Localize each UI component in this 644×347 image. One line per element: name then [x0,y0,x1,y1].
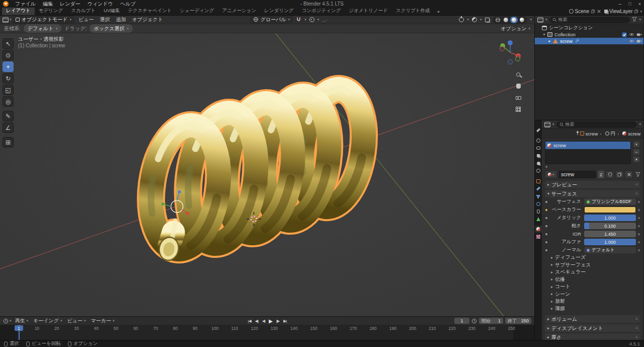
properties-tab[interactable] [535,185,542,192]
add-slot-button[interactable] [633,141,640,148]
properties-tab[interactable] [535,233,542,240]
xray-toggle[interactable] [484,17,490,23]
property-field[interactable]: 0.100 0.100 0.100 0.100 [584,223,636,229]
shading-mode-button[interactable] [518,17,526,23]
viewport-side-icon[interactable] [514,94,522,102]
scene-selector[interactable]: Scene [569,9,601,14]
panel-header[interactable]: ▸ 厚さ ≡ [545,333,640,340]
property-field[interactable]: デフォルト デフォルト デフォルト デフォルト [584,247,636,253]
properties-tab[interactable] [535,193,542,200]
animate-decorator-icon[interactable] [638,225,640,227]
breadcrumb-item[interactable]: screw [615,131,640,136]
proportional-dropdown[interactable] [317,18,319,22]
clock-icon[interactable] [3,318,9,324]
subpanel-header[interactable]: ▸ コート [545,283,640,291]
shading-mode-button[interactable] [510,17,518,23]
animate-decorator-icon[interactable] [638,241,640,243]
screw-object[interactable] [143,85,371,262]
properties-tab[interactable] [535,200,542,207]
properties-tab[interactable] [535,160,542,167]
editor-type-icon[interactable] [537,17,543,23]
property-field[interactable]: 1.450 1.450 1.450 1.450 [584,231,636,237]
animate-decorator-icon[interactable] [638,233,640,235]
properties-tab[interactable] [535,145,542,152]
subpanel-header[interactable]: ▸ 薄膜 [545,305,640,313]
frame-end-field[interactable]: 終了 250 [505,318,531,324]
mode-selector[interactable]: オブジェクトモード [13,16,74,24]
new-view-layer-button[interactable] [634,9,638,14]
surface-panel-header[interactable]: ▾ サーフェス ≡ [545,190,640,197]
viewport-side-icon[interactable] [514,71,522,79]
overlays-toggle[interactable] [471,17,477,23]
current-frame-field[interactable]: 1 [454,318,469,324]
preview-panel-header[interactable]: ▸ プレビュー ≡ [545,181,640,188]
viewport-side-icon[interactable] [514,105,522,113]
shading-mode-button[interactable] [502,17,510,23]
snapping-magnet-icon[interactable] [296,17,301,23]
workspace-tab[interactable]: レイアウト [2,7,35,15]
property-field[interactable]: 1.000 1.000 1.000 1.000 [584,215,636,221]
toolbar-tool-button[interactable]: ⊞ [3,137,14,148]
pin-icon[interactable] [575,130,580,136]
viewport-menu[interactable]: ビュー [75,16,97,24]
animate-decorator-icon[interactable] [638,249,640,251]
3d-viewport-canvas[interactable] [0,33,534,316]
toolbar-tool-button[interactable]: ✎ [3,111,14,121]
timeline-menu[interactable]: 再生 [13,317,31,325]
disable-render-camera-icon[interactable] [636,39,642,43]
editor-type-icon[interactable] [544,122,550,127]
toolbar-tool-button[interactable]: ◎ [3,96,14,107]
subpanel-header[interactable]: ▸ ディフューズ [545,254,640,261]
outliner-row[interactable]: ▸ screw [535,38,643,44]
viewport-menu[interactable]: 選択 [97,16,113,24]
drag-value-dropdown[interactable]: ボックス選択 [90,24,132,33]
proportional-edit-icon[interactable] [309,17,314,22]
shading-mode-button[interactable] [494,17,502,23]
transport-button[interactable]: ◀| [254,318,260,324]
slot-list-expander[interactable]: ▸ [545,164,640,169]
overlays-dropdown[interactable] [480,18,482,22]
workspace-tab[interactable]: レンダリング [260,7,297,15]
toolbar-tool-button[interactable]: ⊙ [3,50,14,60]
timeline-menu[interactable]: ビュー [64,317,88,325]
navigation-gizmo[interactable]: X [497,39,523,65]
menubar-menu[interactable]: ウィンドウ [84,0,117,8]
toolbar-tool-button[interactable]: ↻ [3,73,14,84]
workspace-tab[interactable]: テクスチャペイント [124,7,176,15]
menubar-menu[interactable]: 編集 [39,0,56,8]
workspace-tab[interactable]: コンポジティング [298,7,345,15]
workspace-tab[interactable]: モデリング [35,7,67,15]
material-name-field[interactable]: screw [558,171,596,178]
panel-header[interactable]: ▸ ボリューム ≡ [545,315,640,323]
add-workspace-button[interactable]: + [434,9,443,15]
properties-tab[interactable] [535,178,542,185]
browse-material-button[interactable] [545,171,557,178]
properties-tab[interactable] [535,226,542,233]
animate-decorator-icon[interactable] [638,209,640,211]
properties-tab[interactable] [535,137,542,144]
new-scene-button[interactable] [591,9,595,14]
properties-tab[interactable] [535,208,542,215]
properties-tab[interactable] [535,167,542,174]
viewport-menu[interactable]: 追加 [113,16,129,24]
menubar-menu[interactable]: ファイル [12,0,39,8]
subpanel-header[interactable]: ▸ 伝播 [545,276,640,284]
menubar-menu[interactable]: レンダー [56,0,84,8]
maximize-button[interactable]: □ [628,2,631,7]
timeline-playhead[interactable]: 1 [15,325,23,331]
shading-dropdown[interactable] [530,18,532,22]
3d-viewport[interactable]: ユーザー・透視投影 (1) Collection | screw ↖⊙+↻◱◎✎… [0,33,534,316]
view-layer-selector[interactable]: ViewLayer [604,9,642,14]
toolbar-tool-button[interactable]: ∠ [3,122,14,133]
slot-specials-button[interactable] [633,156,640,163]
editor-type-icon[interactable] [3,17,9,23]
toolbar-tool-button[interactable]: ◱ [3,85,14,95]
property-field[interactable] [584,206,636,213]
material-slot[interactable]: screw [545,142,630,149]
outliner-search[interactable] [549,17,630,23]
snapping-dropdown[interactable] [304,18,306,22]
transport-button[interactable]: ▶ [267,318,274,324]
minimize-button[interactable]: ─ [618,2,621,7]
disclosure-triangle-icon[interactable]: ▸ [547,39,552,43]
properties-tab[interactable] [535,216,542,223]
